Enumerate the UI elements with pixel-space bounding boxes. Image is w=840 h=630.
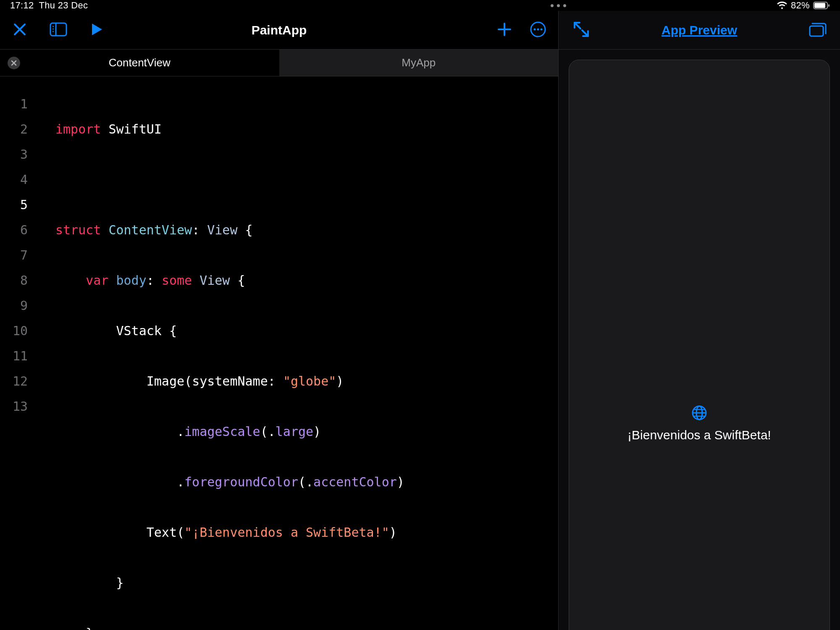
tab-contentview[interactable]: ContentView [0,50,279,76]
svg-rect-16 [810,26,823,36]
more-ellipsis-icon[interactable] [530,21,546,39]
tab-myapp[interactable]: MyApp [279,50,559,76]
editor-tabs: ContentView MyApp [0,50,558,76]
svg-point-6 [52,28,54,29]
preview-toolbar: App Preview [559,11,840,50]
svg-rect-1 [814,3,825,8]
line-number: 7 [0,243,28,268]
run-play-icon[interactable] [89,22,104,39]
preview-welcome-text: ¡Bienvenidos a SwiftBeta! [627,428,771,442]
code-editor[interactable]: 1 2 3 4 5 6 7 8 9 10 11 12 13 import Swi… [0,76,558,630]
line-number: 5 [0,192,28,218]
svg-rect-2 [828,4,830,7]
line-number: 6 [0,218,28,243]
line-number: 13 [0,394,28,419]
wifi-icon [777,1,788,10]
battery-icon [813,1,830,10]
line-number: 10 [0,318,28,344]
svg-point-9 [534,28,536,30]
line-number: 8 [0,268,28,293]
preview-title[interactable]: App Preview [559,23,840,37]
ipad-status-bar: 17:12 Thu 23 Dec 82% [0,0,840,11]
status-date: Thu 23 Dec [39,0,88,11]
editor-toolbar: PaintApp [0,11,558,50]
line-number: 2 [0,117,28,142]
svg-point-10 [537,28,539,30]
close-icon[interactable] [12,21,28,39]
svg-point-11 [541,28,543,30]
line-number: 9 [0,293,28,318]
globe-icon [691,404,708,423]
multitasking-dots-icon[interactable] [551,4,566,7]
svg-point-5 [52,26,54,27]
app-preview-canvas[interactable]: ¡Bienvenidos a SwiftBeta! [569,60,830,630]
line-number: 1 [0,92,28,117]
add-plus-icon[interactable] [496,21,513,39]
line-number-gutter: 1 2 3 4 5 6 7 8 9 10 11 12 13 [0,92,36,630]
expand-arrows-icon[interactable] [572,20,591,40]
tab-label: ContentView [109,56,171,69]
sidebar-toggle-icon[interactable] [50,22,67,38]
line-number: 4 [0,167,28,192]
tab-label: MyApp [402,56,436,69]
line-number: 11 [0,344,28,369]
line-number: 3 [0,142,28,167]
tab-close-icon[interactable] [8,57,20,69]
svg-point-7 [52,31,54,32]
battery-percent: 82% [791,0,810,11]
status-time: 17:12 [10,0,34,11]
code-content[interactable]: import SwiftUI struct ContentView: View … [36,92,558,630]
window-stack-icon[interactable] [808,21,827,39]
line-number: 12 [0,369,28,394]
